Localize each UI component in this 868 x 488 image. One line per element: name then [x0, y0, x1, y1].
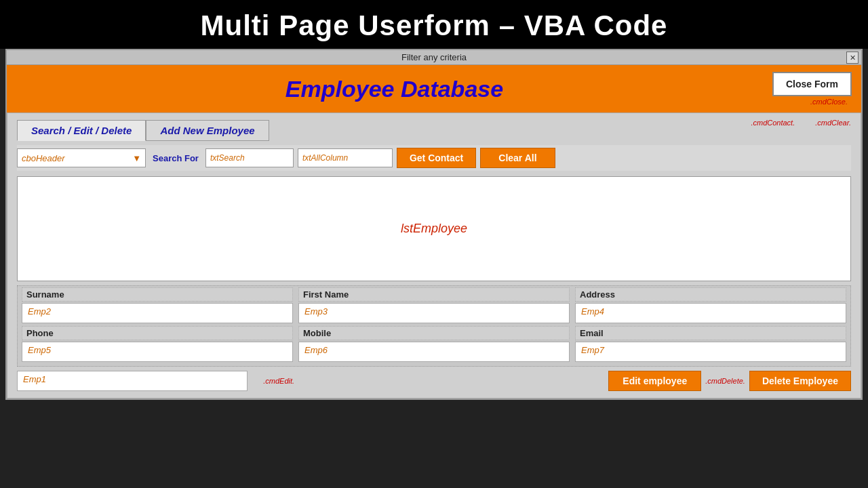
- cmd-edit-label: .cmdEdit.: [263, 377, 294, 385]
- window-close-button[interactable]: ✕: [846, 52, 859, 64]
- email-group: Email Emp7: [572, 326, 849, 362]
- phone-label: Phone: [22, 326, 293, 340]
- firstname-group: First Name Emp3: [296, 287, 572, 323]
- tab-cmd-labels: .cmdContact. .cmdClear.: [751, 119, 851, 127]
- tab-search-edit-delete[interactable]: Search / Edit / Delete: [17, 120, 146, 141]
- field-row-1: Surname Emp2 First Name Emp3 Address Emp…: [19, 287, 849, 323]
- address-label: Address: [575, 287, 846, 302]
- employee-listbox[interactable]: lstEmployee: [17, 176, 851, 281]
- field-row-2: Phone Emp5 Mobile Emp6 Email Emp7: [19, 326, 849, 362]
- lst-employee-label: lstEmployee: [401, 222, 467, 236]
- get-contact-button[interactable]: Get Contact: [397, 148, 476, 168]
- bottom-row: Emp1 .cmdEdit. Edit employee .cmdDelete.…: [17, 371, 851, 391]
- window-titlebar: Filter any criteria ✕: [7, 50, 861, 65]
- employee-fields-section: Surname Emp2 First Name Emp3 Address Emp…: [17, 285, 851, 367]
- cbo-header-dropdown[interactable]: cboHeader ▼: [17, 148, 146, 167]
- tab-add-new-employee[interactable]: Add New Employee: [146, 120, 269, 141]
- filter-row: cboHeader ▼ Search For txtSearch txtAllC…: [17, 145, 851, 171]
- address-group: Address Emp4: [572, 287, 849, 323]
- page-title: Multi Page Userform – VBA Code: [0, 0, 868, 49]
- search-for-label: Search For: [153, 153, 199, 163]
- surname-group: Surname Emp2: [19, 287, 296, 323]
- txt-all-column-input[interactable]: txtAllColumn: [298, 148, 393, 167]
- emp6-input[interactable]: Emp6: [298, 342, 570, 362]
- delete-employee-button[interactable]: Delete Employee: [749, 371, 851, 391]
- firstname-label: First Name: [298, 287, 570, 302]
- content-area: Search / Edit / Delete Add New Employee …: [7, 113, 861, 399]
- emp5-input[interactable]: Emp5: [22, 342, 293, 362]
- emp2-input[interactable]: Emp2: [22, 303, 293, 323]
- cmd-close-label: .cmdClose.: [810, 98, 848, 106]
- cmd-clear-label: .cmdClear.: [815, 119, 851, 127]
- emp4-input[interactable]: Emp4: [575, 303, 846, 323]
- window-title: Filter any criteria: [401, 52, 467, 62]
- emp7-input[interactable]: Emp7: [575, 342, 846, 362]
- emp1-input[interactable]: Emp1: [17, 371, 248, 391]
- clear-all-button[interactable]: Clear All: [480, 148, 555, 168]
- cmd-delete-label: .cmdDelete.: [705, 377, 745, 385]
- mobile-label: Mobile: [298, 326, 570, 340]
- email-label: Email: [575, 326, 846, 340]
- header-title: Employee Database: [16, 76, 772, 102]
- tabs-row: Search / Edit / Delete Add New Employee …: [17, 119, 851, 141]
- header-banner: Employee Database Close Form .cmdClose.: [7, 65, 861, 113]
- edit-employee-button[interactable]: Edit employee: [608, 371, 701, 391]
- txt-search-input[interactable]: txtSearch: [205, 148, 294, 167]
- surname-label: Surname: [22, 287, 293, 302]
- close-form-button[interactable]: Close Form: [772, 72, 852, 96]
- emp3-input[interactable]: Emp3: [298, 303, 570, 323]
- dropdown-arrow-icon: ▼: [132, 153, 141, 163]
- cmd-contact-label: .cmdContact.: [751, 119, 795, 127]
- phone-group: Phone Emp5: [19, 326, 296, 362]
- main-window: Filter any criteria ✕ Employee Database …: [5, 49, 863, 400]
- mobile-group: Mobile Emp6: [296, 326, 572, 362]
